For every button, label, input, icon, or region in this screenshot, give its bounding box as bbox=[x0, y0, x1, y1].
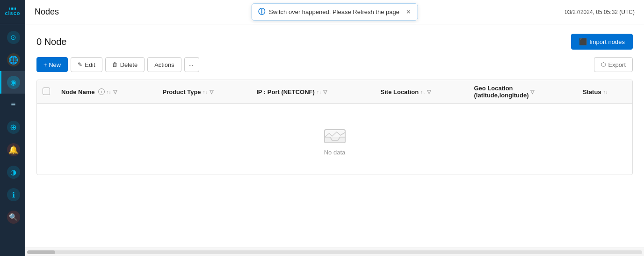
scrollbar-track[interactable] bbox=[27, 250, 642, 254]
sidebar-logo: cisco bbox=[0, 0, 25, 24]
actions-button[interactable]: Actions bbox=[147, 57, 181, 72]
topbar-datetime: 03/27/2024, 05:05:32 (UTC) bbox=[565, 9, 635, 15]
more-options-button[interactable]: ··· bbox=[184, 57, 199, 72]
sidebar-item-devices[interactable]: ≡ bbox=[0, 94, 25, 116]
no-data-container: No data bbox=[56, 123, 614, 156]
globe-icon: 🌐 bbox=[7, 53, 20, 66]
new-button[interactable]: + New bbox=[36, 57, 68, 72]
sidebar-item-search[interactable]: 🔍 bbox=[0, 206, 25, 228]
node-name-filter-icon[interactable]: ▽ bbox=[113, 89, 117, 95]
select-all-column bbox=[37, 80, 56, 104]
node-count-row: 0 Node ⬛ Import nodes bbox=[36, 34, 633, 50]
dashboard-icon: ⊙ bbox=[7, 31, 20, 44]
info-icon: ℹ bbox=[7, 188, 20, 201]
sidebar: cisco ⊙ 🌐 ◉ ≡ ⊕ 🔔 ◑ ℹ bbox=[0, 0, 25, 256]
col-product-type: Product Type ↑↓ ▽ bbox=[157, 80, 251, 104]
export-button[interactable]: ⬡ Export bbox=[594, 57, 633, 72]
select-all-checkbox[interactable] bbox=[43, 88, 50, 95]
sidebar-item-alerts[interactable]: 🔔 bbox=[0, 139, 25, 161]
table-header: Node Name i ↑↓ ▽ Product Type ↑↓ ▽ bbox=[37, 80, 632, 104]
product-type-sort-icon[interactable]: ↑↓ bbox=[203, 90, 208, 94]
gauge-icon: ◑ bbox=[7, 166, 20, 179]
sidebar-item-nodes[interactable]: ◉ bbox=[0, 71, 25, 94]
delete-button[interactable]: 🗑 Delete bbox=[105, 57, 145, 72]
alerts-icon: 🔔 bbox=[7, 143, 20, 156]
col-status-label: Status bbox=[583, 88, 601, 95]
delete-icon: 🗑 bbox=[112, 61, 118, 68]
nodes-table: Node Name i ↑↓ ▽ Product Type ↑↓ ▽ bbox=[37, 80, 632, 175]
col-product-type-label: Product Type bbox=[163, 88, 201, 95]
devices-icon: ≡ bbox=[7, 98, 20, 111]
node-count-label: 0 Node bbox=[36, 37, 67, 47]
notification-info-icon: ⓘ bbox=[258, 7, 265, 16]
col-node-name-label: Node Name bbox=[61, 88, 95, 95]
product-type-filter-icon[interactable]: ▽ bbox=[210, 89, 213, 95]
col-status: Status ↑↓ bbox=[577, 80, 632, 104]
notification-message: Switch over happened. Please Refresh the… bbox=[269, 8, 399, 15]
sidebar-item-info[interactable]: ℹ bbox=[0, 183, 25, 206]
add-icon: ⊕ bbox=[7, 121, 20, 134]
sidebar-item-dashboard[interactable]: ⊙ bbox=[0, 26, 25, 49]
scrollbar-thumb[interactable] bbox=[27, 250, 55, 254]
no-data-cell: No data bbox=[37, 104, 632, 175]
site-location-sort-icon[interactable]: ↑↓ bbox=[420, 90, 425, 94]
nodes-table-container: Node Name i ↑↓ ▽ Product Type ↑↓ ▽ bbox=[36, 80, 633, 175]
nodes-icon: ◉ bbox=[7, 76, 20, 89]
col-site-location: Site Location ↑↓ ▽ bbox=[375, 80, 469, 104]
toolbar: + New ✎ Edit 🗑 Delete Actions ··· ⬡ Expo… bbox=[36, 57, 633, 72]
no-data-text: No data bbox=[324, 149, 346, 156]
col-site-location-label: Site Location bbox=[381, 88, 419, 95]
status-sort-icon[interactable]: ↑↓ bbox=[603, 90, 608, 94]
search-icon: 🔍 bbox=[7, 211, 20, 224]
notification-banner: ⓘ Switch over happened. Please Refresh t… bbox=[251, 3, 418, 21]
main-content: Nodes ⓘ Switch over happened. Please Ref… bbox=[25, 0, 644, 256]
no-data-icon bbox=[324, 123, 346, 145]
cisco-logo-text: cisco bbox=[5, 7, 20, 16]
import-icon: ⬛ bbox=[579, 38, 587, 45]
col-geo-location-label: Geo Location (latitude,longitude) bbox=[474, 85, 528, 99]
edit-button[interactable]: ✎ Edit bbox=[71, 57, 102, 72]
node-name-info-icon[interactable]: i bbox=[98, 88, 105, 95]
site-location-filter-icon[interactable]: ▽ bbox=[427, 89, 431, 95]
bottom-scrollbar[interactable] bbox=[25, 248, 644, 256]
col-ip-port: IP : Port (NETCONF) ↑↓ ▽ bbox=[251, 80, 375, 104]
import-nodes-button[interactable]: ⬛ Import nodes bbox=[571, 34, 633, 50]
node-name-sort-icon[interactable]: ↑↓ bbox=[107, 90, 111, 94]
ip-port-sort-icon[interactable]: ↑↓ bbox=[317, 90, 321, 94]
content-area: 0 Node ⬛ Import nodes + New ✎ Edit 🗑 Del… bbox=[25, 24, 644, 248]
edit-icon: ✎ bbox=[78, 61, 82, 68]
notification-close-button[interactable]: ✕ bbox=[406, 8, 411, 15]
table-body: No data bbox=[37, 104, 632, 175]
col-node-name: Node Name i ↑↓ ▽ bbox=[56, 80, 157, 104]
no-data-row: No data bbox=[37, 104, 632, 175]
ip-port-filter-icon[interactable]: ▽ bbox=[323, 89, 327, 95]
sidebar-nav: ⊙ 🌐 ◉ ≡ ⊕ 🔔 ◑ ℹ 🔍 bbox=[0, 24, 25, 228]
sidebar-item-add[interactable]: ⊕ bbox=[0, 116, 25, 139]
sidebar-item-globe[interactable]: 🌐 bbox=[0, 49, 25, 71]
export-icon: ⬡ bbox=[601, 61, 606, 68]
page-title: Nodes bbox=[35, 7, 59, 17]
sidebar-item-gauge[interactable]: ◑ bbox=[0, 161, 25, 183]
geo-location-filter-icon[interactable]: ▽ bbox=[530, 89, 534, 95]
col-geo-location: Geo Location (latitude,longitude) ▽ bbox=[468, 80, 577, 104]
topbar: Nodes ⓘ Switch over happened. Please Ref… bbox=[25, 0, 644, 24]
col-ip-port-label: IP : Port (NETCONF) bbox=[256, 88, 315, 95]
